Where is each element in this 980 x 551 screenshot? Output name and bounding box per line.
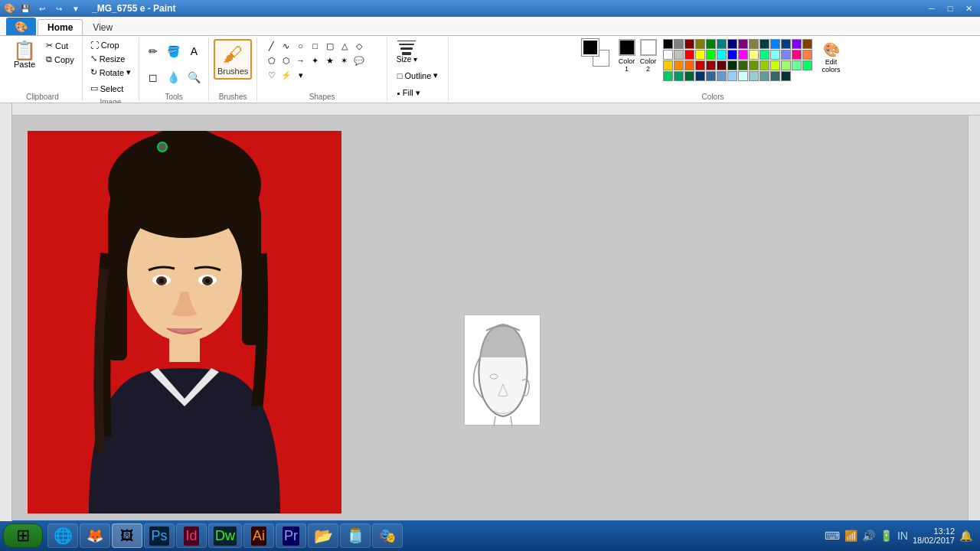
color-swatch[interactable] [792, 60, 802, 70]
shape-rect[interactable]: □ [309, 39, 322, 53]
brushes-button[interactable]: 🖌 Brushes [214, 39, 252, 80]
clock[interactable]: 13:12 18/02/2017 [913, 527, 955, 545]
color-swatch[interactable] [792, 50, 802, 60]
color-swatch[interactable] [717, 50, 727, 60]
outline-button[interactable]: □ Outline ▾ [394, 68, 443, 83]
fill-button[interactable]: ▪ Fill ▾ [394, 86, 424, 100]
scrollbar-vertical[interactable] [968, 116, 980, 521]
canvas-area[interactable] [12, 116, 980, 521]
shapes-more[interactable]: ▾ [294, 68, 308, 82]
color-swatch[interactable] [749, 60, 759, 70]
magnify-tool[interactable]: 🔍 [185, 68, 203, 86]
color-swatch[interactable] [663, 39, 673, 49]
color-swatch[interactable] [760, 39, 769, 49]
color-swatch[interactable] [781, 39, 791, 49]
taskbar-indesign[interactable]: Id [176, 523, 207, 548]
color-swatch[interactable] [738, 39, 748, 49]
maximize-button[interactable]: □ [942, 2, 959, 15]
color-swatch[interactable] [727, 71, 737, 81]
color-swatch[interactable] [770, 39, 780, 49]
color-swatch[interactable] [695, 60, 705, 70]
crop-button[interactable]: ⛶ Crop [87, 39, 134, 51]
color-swatch[interactable] [727, 39, 737, 49]
shape-lightning[interactable]: ⚡ [279, 68, 293, 82]
color-swatch[interactable] [749, 50, 759, 60]
selection-handle[interactable] [157, 142, 168, 152]
start-button[interactable]: ⊞ [3, 523, 43, 548]
color1-swatch[interactable] [619, 39, 635, 56]
color-swatch[interactable] [663, 60, 673, 70]
color-swatch[interactable] [760, 60, 769, 70]
select-button[interactable]: ▭ Select [87, 82, 127, 95]
color-swatch[interactable] [802, 50, 812, 60]
copy-button[interactable]: ⧉ Copy [43, 53, 77, 66]
color-swatch[interactable] [684, 39, 694, 49]
color-swatch[interactable] [717, 71, 727, 81]
eraser-tool[interactable]: ◻ [144, 68, 162, 86]
shape-hexagon[interactable]: ⬡ [279, 54, 293, 67]
color-swatch[interactable] [663, 71, 673, 81]
color-swatch[interactable] [684, 71, 694, 81]
taskbar-premiere[interactable]: Pr [276, 523, 306, 548]
shape-oval[interactable]: ○ [294, 39, 308, 53]
color-swatch[interactable] [738, 71, 748, 81]
color-swatch[interactable] [727, 60, 737, 70]
color-swatch[interactable] [770, 50, 780, 60]
shape-triangle[interactable]: △ [338, 39, 351, 53]
paint-menu-tab[interactable]: 🎨 [6, 18, 36, 35]
minimize-button[interactable]: ─ [923, 2, 940, 15]
taskbar-explorer2[interactable]: 🦊 [80, 523, 110, 548]
taskbar-photoshop[interactable]: Ps [144, 523, 175, 548]
color-swatch[interactable] [738, 60, 748, 70]
color-swatch[interactable] [674, 39, 684, 49]
fill-tool[interactable]: 🪣 [165, 42, 183, 60]
tab-home[interactable]: Home [38, 19, 83, 35]
shape-line[interactable]: ╱ [265, 39, 279, 53]
taskbar-dreamweaver[interactable]: Dw [208, 523, 242, 548]
shape-heart[interactable]: ♡ [265, 68, 279, 82]
color-swatch[interactable] [706, 60, 716, 70]
taskbar-chrome[interactable]: 🌐 [47, 523, 78, 548]
color-swatch[interactable] [695, 71, 705, 81]
shape-star4[interactable]: ✦ [309, 54, 322, 67]
taskbar-app2[interactable]: 🎭 [372, 523, 403, 548]
color-swatch[interactable] [674, 60, 684, 70]
color-swatch[interactable] [781, 71, 791, 81]
text-tool[interactable]: A [185, 42, 203, 60]
color-swatch[interactable] [717, 60, 727, 70]
color-swatch[interactable] [749, 39, 759, 49]
shape-diamond[interactable]: ◇ [352, 39, 366, 53]
color-swatch[interactable] [674, 71, 684, 81]
color-swatch[interactable] [760, 50, 769, 60]
color-swatch[interactable] [695, 39, 705, 49]
taskbar-paint[interactable]: 🖼 [112, 523, 142, 548]
edit-colors-button[interactable]: 🎨 Editcolors [818, 39, 844, 76]
shape-star5[interactable]: ★ [323, 54, 337, 67]
color-swatch[interactable] [781, 50, 791, 60]
color-swatch[interactable] [802, 60, 812, 70]
paste-button[interactable]: 📋 Paste [8, 39, 41, 90]
notification-icon[interactable]: 🔔 [959, 530, 972, 542]
shape-arrow-right[interactable]: → [294, 54, 308, 67]
shape-rounded-rect[interactable]: ▢ [323, 39, 337, 53]
color-swatch[interactable] [760, 71, 769, 81]
color-swatch[interactable] [802, 39, 812, 49]
taskbar-app1[interactable]: 🫙 [340, 523, 371, 548]
color-swatch[interactable] [684, 50, 694, 60]
taskbar-illustrator[interactable]: Ai [243, 523, 274, 548]
color-swatch[interactable] [706, 50, 716, 60]
foreground-color[interactable] [582, 39, 599, 56]
color-swatch[interactable] [706, 39, 716, 49]
shape-pentagon[interactable]: ⬠ [265, 54, 279, 67]
size-widget[interactable]: Size ▾ [394, 39, 420, 65]
quick-dropdown[interactable]: ▼ [69, 2, 83, 15]
color-swatch[interactable] [792, 39, 802, 49]
color-swatch[interactable] [663, 50, 673, 60]
tab-view[interactable]: View [83, 19, 122, 35]
rotate-button[interactable]: ↻ Rotate ▾ [87, 66, 134, 79]
color-swatch[interactable] [727, 50, 737, 60]
color-swatch[interactable] [674, 50, 684, 60]
shape-callout[interactable]: 💬 [352, 54, 366, 67]
color-swatch[interactable] [717, 39, 727, 49]
color-swatch[interactable] [738, 50, 748, 60]
